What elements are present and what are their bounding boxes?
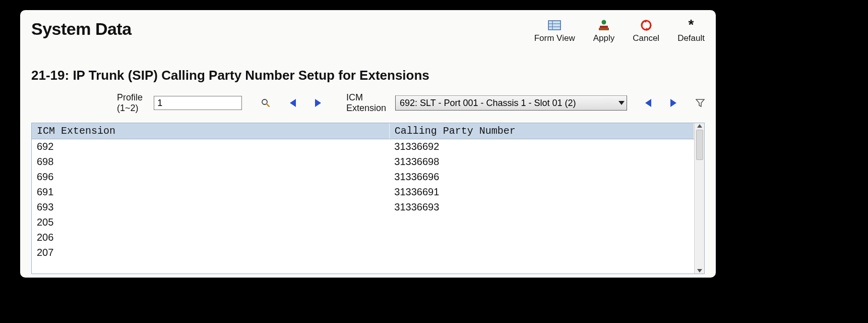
svg-rect-6 <box>599 28 609 30</box>
profile-label: Profile (1~2) <box>117 92 145 114</box>
profile-input[interactable] <box>154 96 242 110</box>
header-row: System Data Form View <box>31 19 705 43</box>
page-title: System Data <box>31 19 132 39</box>
default-label: Default <box>677 33 705 43</box>
cell-icm-extension[interactable]: 698 <box>32 154 389 170</box>
search-icon[interactable] <box>262 99 270 107</box>
apply-button[interactable]: Apply <box>593 19 615 43</box>
svg-point-4 <box>601 20 606 25</box>
icm-extension-selected: 692: SLT - Port 001 - Chassis 1 - Slot 0… <box>400 98 576 109</box>
svg-marker-12 <box>696 99 704 106</box>
cell-icm-extension[interactable]: 692 <box>32 139 389 154</box>
icm-label: ICM Extension <box>346 92 386 114</box>
cell-calling-party-number[interactable]: 31336692 <box>389 139 694 154</box>
filter-row: Profile (1~2) ICM Extension 692: SLT - P… <box>31 92 705 114</box>
cell-calling-party-number[interactable]: 31336693 <box>389 200 694 215</box>
form-view-label: Form View <box>534 33 575 43</box>
cancel-button[interactable]: Cancel <box>633 19 659 43</box>
section-title: 21-19: IP Trunk (SIP) Calling Party Numb… <box>31 68 705 83</box>
svg-line-11 <box>267 104 269 106</box>
default-icon: * <box>684 19 698 31</box>
scroll-down-icon[interactable] <box>697 269 702 273</box>
cell-calling-party-number[interactable]: 31336698 <box>389 154 694 170</box>
table-row[interactable]: 205 <box>32 215 694 230</box>
form-view-icon <box>547 19 562 31</box>
vertical-scrollbar[interactable] <box>694 123 704 274</box>
table-row[interactable]: 69231336692 <box>32 139 694 154</box>
svg-text:*: * <box>689 19 694 31</box>
profile-next-button[interactable] <box>315 99 321 107</box>
icm-next-button[interactable] <box>670 99 676 107</box>
cell-icm-extension[interactable]: 691 <box>32 185 389 200</box>
chevron-down-icon <box>618 101 625 105</box>
table-row[interactable]: 69131336691 <box>32 185 694 200</box>
scroll-up-icon[interactable] <box>697 124 702 128</box>
scroll-track[interactable] <box>696 128 703 269</box>
svg-rect-0 <box>548 21 561 30</box>
cell-icm-extension[interactable]: 696 <box>32 170 389 185</box>
cell-icm-extension[interactable]: 205 <box>32 215 389 230</box>
cell-icm-extension[interactable]: 693 <box>32 200 389 215</box>
default-button[interactable]: * Default <box>677 19 705 43</box>
icm-extension-dropdown[interactable]: 692: SLT - Port 001 - Chassis 1 - Slot 0… <box>395 95 627 111</box>
table-row[interactable]: 69831336698 <box>32 154 694 170</box>
cell-icm-extension[interactable]: 207 <box>32 245 389 260</box>
apply-icon <box>597 19 611 31</box>
data-table: ICM Extension Calling Party Number 69231… <box>31 123 705 274</box>
table-row[interactable]: 207 <box>32 245 694 260</box>
col-header-cpn[interactable]: Calling Party Number <box>389 123 694 139</box>
cell-calling-party-number[interactable] <box>389 230 694 245</box>
main-panel: System Data Form View <box>20 10 716 278</box>
cancel-icon <box>639 19 653 31</box>
cell-calling-party-number[interactable] <box>389 215 694 230</box>
form-view-button[interactable]: Form View <box>534 19 575 43</box>
cell-calling-party-number[interactable] <box>389 245 694 260</box>
cancel-label: Cancel <box>633 33 659 43</box>
table-row[interactable]: 69331336693 <box>32 200 694 215</box>
profile-prev-button[interactable] <box>290 99 296 107</box>
svg-rect-5 <box>600 26 608 28</box>
table-row[interactable]: 206 <box>32 230 694 245</box>
cell-calling-party-number[interactable]: 31336696 <box>389 170 694 185</box>
table-row[interactable]: 69631336696 <box>32 170 694 185</box>
toolbar: Form View Apply <box>534 19 705 43</box>
scroll-thumb[interactable] <box>696 130 703 160</box>
table-header-row: ICM Extension Calling Party Number <box>32 123 694 139</box>
col-header-icm[interactable]: ICM Extension <box>32 123 389 139</box>
apply-label: Apply <box>593 33 615 43</box>
filter-icon[interactable] <box>696 98 705 107</box>
icm-prev-button[interactable] <box>645 99 651 107</box>
cell-calling-party-number[interactable]: 31336691 <box>389 185 694 200</box>
cell-icm-extension[interactable]: 206 <box>32 230 389 245</box>
